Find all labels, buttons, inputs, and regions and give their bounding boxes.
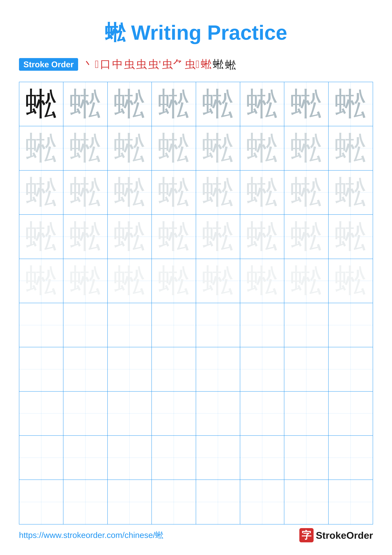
cell-4-8[interactable]: 蜙 <box>328 215 373 259</box>
cell-3-4[interactable]: 蜙 <box>152 171 196 215</box>
cell-1-8[interactable]: 蜙 <box>328 82 373 126</box>
char-display: 蜙 <box>70 176 101 208</box>
stroke-7: 虫' <box>148 57 161 72</box>
cell-7-2[interactable] <box>64 347 107 391</box>
cell-6-8[interactable] <box>328 303 373 347</box>
cell-1-2[interactable]: 蜙 <box>64 82 107 126</box>
cell-10-2[interactable] <box>64 480 107 524</box>
cell-7-3[interactable] <box>108 347 152 391</box>
grid-row-6 <box>19 303 373 347</box>
cell-7-6[interactable] <box>240 347 284 391</box>
cell-7-5[interactable] <box>196 347 240 391</box>
cell-2-3[interactable]: 蜙 <box>108 126 152 170</box>
grid-row-9 <box>19 436 373 480</box>
stroke-4: 中 <box>112 57 123 72</box>
cell-10-5[interactable] <box>196 480 240 524</box>
cell-6-4[interactable] <box>152 303 196 347</box>
cell-9-4[interactable] <box>152 436 196 480</box>
cell-9-8[interactable] <box>328 436 373 480</box>
cell-6-2[interactable] <box>64 303 107 347</box>
cell-6-1[interactable] <box>19 303 64 347</box>
char-display: 蜙 <box>246 221 278 253</box>
stroke-3: 口 <box>100 57 111 72</box>
cell-10-4[interactable] <box>152 480 196 524</box>
cell-6-5[interactable] <box>196 303 240 347</box>
cell-9-7[interactable] <box>284 436 328 480</box>
cell-4-5[interactable]: 蜙 <box>196 215 240 259</box>
char-display: 蜙 <box>70 265 101 297</box>
cell-5-6[interactable]: 蜙 <box>240 259 284 303</box>
cell-4-2[interactable]: 蜙 <box>64 215 107 259</box>
cell-4-3[interactable]: 蜙 <box>108 215 152 259</box>
cell-8-5[interactable] <box>196 392 240 436</box>
cell-3-5[interactable]: 蜙 <box>196 171 240 215</box>
cell-2-6[interactable]: 蜙 <box>240 126 284 170</box>
cell-5-3[interactable]: 蜙 <box>108 259 152 303</box>
stroke-1: 丶 <box>83 57 94 72</box>
cell-7-8[interactable] <box>328 347 373 391</box>
stroke-9: 虫𠃌 <box>185 57 200 72</box>
page-container: 蜙 Writing Practice Stroke Order 丶 𠃍 口 中 … <box>0 0 392 555</box>
cell-6-3[interactable] <box>108 303 152 347</box>
cell-5-8[interactable]: 蜙 <box>328 259 373 303</box>
cell-8-6[interactable] <box>240 392 284 436</box>
cell-2-5[interactable]: 蜙 <box>196 126 240 170</box>
char-display: 蜙 <box>25 88 57 120</box>
cell-3-7[interactable]: 蜙 <box>284 171 328 215</box>
cell-2-4[interactable]: 蜙 <box>152 126 196 170</box>
cell-8-3[interactable] <box>108 392 152 436</box>
cell-10-8[interactable] <box>328 480 373 524</box>
cell-3-6[interactable]: 蜙 <box>240 171 284 215</box>
cell-1-1[interactable]: 蜙 <box>19 82 64 126</box>
cell-9-2[interactable] <box>64 436 107 480</box>
cell-9-5[interactable] <box>196 436 240 480</box>
cell-3-8[interactable]: 蜙 <box>328 171 373 215</box>
cell-7-7[interactable] <box>284 347 328 391</box>
cell-8-1[interactable] <box>19 392 64 436</box>
char-display: 蜙 <box>158 265 190 297</box>
char-display: 蜙 <box>246 176 278 208</box>
cell-3-1[interactable]: 蜙 <box>19 171 64 215</box>
grid-row-3: 蜙 蜙 蜙 蜙 蜙 蜙 蜙 蜙 <box>19 171 373 215</box>
cell-1-6[interactable]: 蜙 <box>240 82 284 126</box>
cell-1-7[interactable]: 蜙 <box>284 82 328 126</box>
cell-3-2[interactable]: 蜙 <box>64 171 107 215</box>
cell-4-6[interactable]: 蜙 <box>240 215 284 259</box>
cell-8-2[interactable] <box>64 392 107 436</box>
cell-5-5[interactable]: 蜙 <box>196 259 240 303</box>
char-display: 蜙 <box>158 221 190 253</box>
cell-10-7[interactable] <box>284 480 328 524</box>
cell-2-2[interactable]: 蜙 <box>64 126 107 170</box>
cell-7-1[interactable] <box>19 347 64 391</box>
stroke-8: 虫⺈ <box>162 57 184 72</box>
grid-row-7 <box>19 347 373 391</box>
cell-10-6[interactable] <box>240 480 284 524</box>
cell-4-7[interactable]: 蜙 <box>284 215 328 259</box>
cell-6-7[interactable] <box>284 303 328 347</box>
cell-2-8[interactable]: 蜙 <box>328 126 373 170</box>
cell-9-6[interactable] <box>240 436 284 480</box>
cell-9-3[interactable] <box>108 436 152 480</box>
cell-9-1[interactable] <box>19 436 64 480</box>
cell-5-2[interactable]: 蜙 <box>64 259 107 303</box>
cell-5-1[interactable]: 蜙 <box>19 259 64 303</box>
cell-4-4[interactable]: 蜙 <box>152 215 196 259</box>
cell-10-1[interactable] <box>19 480 64 524</box>
cell-1-5[interactable]: 蜙 <box>196 82 240 126</box>
cell-1-4[interactable]: 蜙 <box>152 82 196 126</box>
cell-6-6[interactable] <box>240 303 284 347</box>
footer-url[interactable]: https://www.strokeorder.com/chinese/蜙 <box>19 530 163 541</box>
cell-4-1[interactable]: 蜙 <box>19 215 64 259</box>
cell-8-4[interactable] <box>152 392 196 436</box>
cell-8-8[interactable] <box>328 392 373 436</box>
char-display: 蜙 <box>25 132 57 164</box>
cell-5-4[interactable]: 蜙 <box>152 259 196 303</box>
cell-3-3[interactable]: 蜙 <box>108 171 152 215</box>
cell-5-7[interactable]: 蜙 <box>284 259 328 303</box>
cell-2-7[interactable]: 蜙 <box>284 126 328 170</box>
cell-2-1[interactable]: 蜙 <box>19 126 64 170</box>
cell-10-3[interactable] <box>108 480 152 524</box>
cell-7-4[interactable] <box>152 347 196 391</box>
cell-8-7[interactable] <box>284 392 328 436</box>
cell-1-3[interactable]: 蜙 <box>108 82 152 126</box>
